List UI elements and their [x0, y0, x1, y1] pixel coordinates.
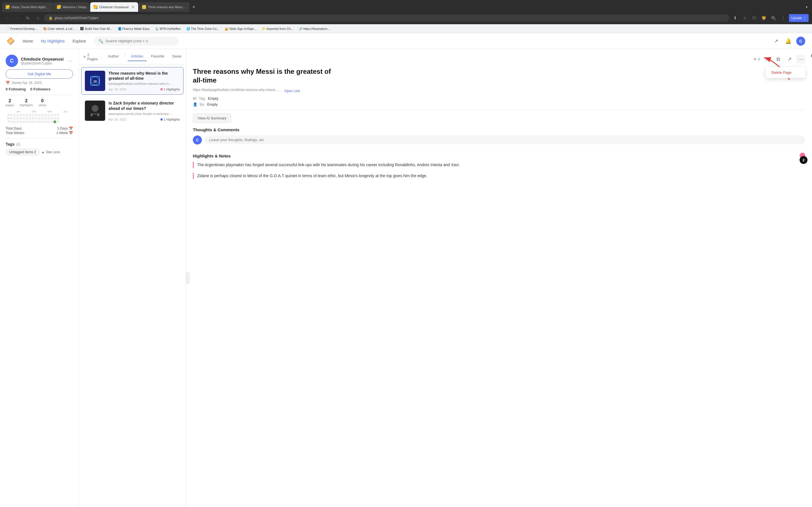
bookmark-9[interactable]: 🔗 https://theanatom... — [297, 26, 332, 31]
search-bar[interactable]: 🔍 — [94, 37, 179, 46]
more-options-button[interactable]: ⋯ — [796, 55, 805, 64]
bookmark-favicon-9: 🔗 — [299, 27, 302, 31]
article-card-2[interactable]: Is Zack Snyder a visionary director ahea… — [81, 97, 184, 124]
nav-home[interactable]: Home — [19, 37, 36, 45]
update-button[interactable]: Update ⋮ — [789, 14, 809, 22]
browser-actions: ⬆ ☆ 🛡 🦁 🔌 ⋮ Update ⋮ — [731, 14, 809, 22]
back-button[interactable]: ‹ — [3, 14, 11, 22]
svg-point-9 — [91, 114, 93, 116]
see-less-button[interactable]: ▲ See Less — [42, 149, 60, 156]
bookmark-6[interactable]: 🌐 The Time Zone Co... — [184, 26, 221, 31]
address-bar: ‹ › ↻ ⌂ 🔒 glasp.co/#/ydd420xeh71qlarn ⬆ … — [0, 12, 812, 24]
bookmark-label-6: The Time Zone Co... — [191, 27, 219, 31]
notifications-button[interactable]: 🔔 — [784, 37, 793, 46]
bookmark-3[interactable]: 🅼 Build Your Own M... — [78, 26, 114, 31]
collapse-panel-button[interactable]: ‹ — [186, 272, 190, 284]
forward-button[interactable]: › — [13, 14, 21, 22]
filter-tab-favorite[interactable]: Favorite — [148, 52, 168, 61]
cell — [57, 121, 59, 123]
share-button[interactable]: ⬆ — [731, 14, 739, 22]
highlight-bar-2 — [193, 173, 194, 179]
pages-filter-button[interactable]: ≡ 2 Pages — [84, 53, 98, 61]
eye-icon: 👁 — [753, 57, 757, 61]
filter-tab-articles[interactable]: Articles — [128, 52, 147, 61]
share-header-button[interactable]: ↗ — [771, 37, 780, 46]
svg-point-10 — [97, 114, 100, 116]
cell — [26, 121, 28, 123]
open-link-button[interactable]: Open Link — [285, 89, 300, 93]
cell — [50, 114, 53, 116]
nav-explore[interactable]: Explore — [69, 37, 89, 45]
bookmark-button[interactable]: ☆ — [741, 14, 749, 22]
cell — [35, 114, 38, 116]
user-header: C Chiedozie Onyeanusi @ydd420xeh71qlarn … — [6, 55, 73, 67]
extensions-button[interactable]: 🔌 — [770, 14, 777, 22]
bookmark-1[interactable]: 📄 Frontend Develop... — [3, 26, 40, 31]
browser-tab-1[interactable]: Glasp: Social Web Highlight & You... — [2, 2, 53, 12]
tab-close-3[interactable]: ✕ — [132, 5, 135, 9]
nav-my-highlights[interactable]: My Highlights — [38, 37, 68, 45]
filter-icon: ≡ — [84, 55, 86, 59]
highlights-header: Highlights & Notes — [193, 149, 805, 162]
search-input[interactable] — [105, 39, 174, 43]
filter-tab-saved[interactable]: Saved — [169, 52, 181, 61]
browser-tab-2[interactable]: Welcome / Glasp — [54, 2, 90, 12]
bookmark-5[interactable]: 📡 MTN HyNetflex — [153, 26, 183, 31]
app-logo[interactable] — [7, 37, 15, 45]
tags-count: (1) — [16, 142, 20, 146]
total-weeks-value: 1-Week 📅 — [56, 131, 73, 135]
view-ai-summary-button[interactable]: View AI Summary — [193, 114, 231, 123]
header-actions: ↗ 🔔 C — [771, 37, 805, 46]
highlight-count-2: 1 Highlights — [164, 118, 180, 121]
cell — [54, 117, 56, 120]
cell — [13, 117, 16, 120]
article-card-1[interactable]: 10 Three reasons why Messi is the greate… — [81, 67, 184, 95]
cell — [54, 114, 56, 116]
more-tools-button[interactable]: ⋮ — [779, 14, 787, 22]
cell — [41, 117, 44, 120]
bookmark-favicon-1: 📄 — [6, 27, 9, 31]
tab-list-end[interactable]: ▾ — [804, 4, 810, 10]
comment-input[interactable] — [205, 135, 805, 144]
cell — [29, 117, 31, 120]
shield-icon[interactable]: 🛡 — [751, 14, 758, 22]
month-feb: Feb — [27, 110, 42, 113]
tag-chip-untagged[interactable]: Untagged Items 2 — [6, 149, 40, 156]
detail-title: Three reasons why Messi is the greatest … — [193, 67, 334, 84]
address-input[interactable]: 🔒 glasp.co/#/ydd420xeh71qlarn — [44, 14, 729, 22]
home-button[interactable]: ⌂ — [34, 14, 42, 22]
ask-digital-me-button[interactable]: Ask Digital Me — [6, 69, 73, 78]
tags-section: Tags (1) Untagged Items 2 ▲ See Less — [6, 142, 73, 156]
bookmark-2[interactable]: 🎨 Color wheel, a col... — [41, 26, 77, 31]
bookmark-7[interactable]: 🔐 Slide Sign In/Sign... — [222, 26, 259, 31]
brave-icon[interactable]: 🦁 — [760, 14, 768, 22]
user-more-button[interactable]: ··· — [66, 57, 73, 65]
grid-row-m: M — [6, 114, 73, 116]
url-display: glasp.co/#/ydd420xeh71qlarn — [54, 16, 99, 20]
user-avatar-header[interactable]: C — [796, 37, 805, 46]
total-days-label: Total Days: — [6, 126, 22, 130]
browser-tab-4[interactable]: Three reasons why Messi is the gre... — [139, 2, 190, 12]
bookmark-8[interactable]: 📁 Imported from Ch... — [260, 26, 296, 31]
cell — [47, 121, 50, 123]
stats-row: 2 pages 2 highlights 0 views — [6, 98, 73, 107]
star-button[interactable]: ☆ — [762, 55, 771, 64]
cell — [47, 117, 50, 120]
browser-tab-3[interactable]: Chiedozie Onyeanusi ✕ — [90, 2, 139, 12]
reload-button[interactable]: ↻ — [24, 14, 32, 22]
bookmark-label-8: Imported from Ch... — [266, 27, 293, 31]
sidebar: C Chiedozie Onyeanusi @ydd420xeh71qlarn … — [0, 49, 79, 507]
copy-button[interactable]: ⧉ — [774, 55, 783, 64]
tab-title-2: Welcome / Glasp — [63, 5, 86, 9]
tag-chips: Untagged Items 2 ▲ See Less — [6, 149, 73, 156]
filter-tab-author[interactable]: Author — [105, 52, 122, 61]
article-list: 10 Three reasons why Messi is the greate… — [79, 65, 186, 507]
delete-page-item[interactable]: Delete Page — [767, 68, 804, 77]
share-detail-button[interactable]: ↗ — [785, 55, 794, 64]
bookmark-4[interactable]: 📘 Fluency Made Easy — [116, 26, 152, 31]
user-info: Chiedozie Onyeanusi @ydd420xeh71qlarn — [21, 57, 64, 65]
divider-2 — [6, 138, 73, 138]
cell — [38, 117, 41, 120]
new-tab-button[interactable]: + — [190, 3, 198, 11]
cell — [50, 117, 53, 120]
